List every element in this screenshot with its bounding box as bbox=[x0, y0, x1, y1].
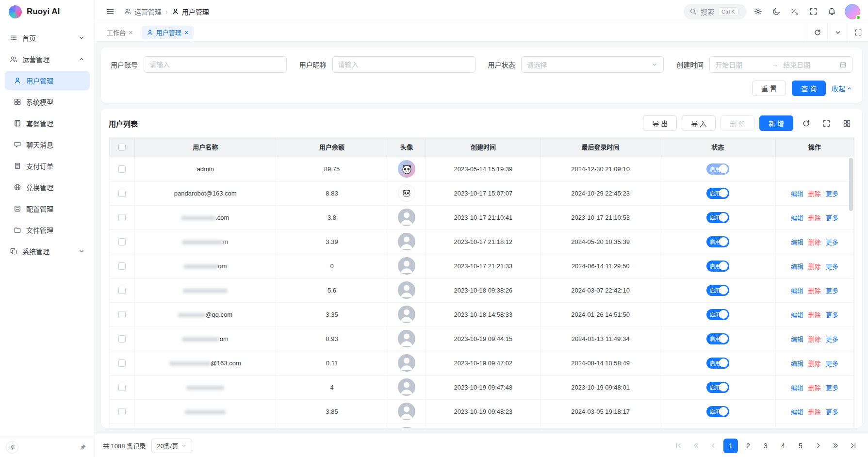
select-all-checkbox[interactable] bbox=[118, 144, 126, 151]
status-select[interactable]: 请选择 bbox=[521, 56, 664, 73]
status-switch[interactable]: 启用 bbox=[706, 261, 729, 272]
user-avatar[interactable] bbox=[845, 4, 860, 19]
scrollbar-thumb[interactable] bbox=[849, 158, 853, 211]
sidebar-item-config-management[interactable]: 配置管理 bbox=[5, 199, 90, 218]
edit-link[interactable]: 编辑 bbox=[791, 383, 803, 392]
sidebar-item-user-management[interactable]: 用户管理 bbox=[5, 71, 90, 90]
more-link[interactable]: 更多 bbox=[826, 189, 838, 198]
page-button-5[interactable]: 5 bbox=[793, 439, 808, 453]
row-checkbox[interactable] bbox=[118, 335, 126, 343]
forward-5-pages-button[interactable] bbox=[828, 439, 843, 453]
edit-link[interactable]: 编辑 bbox=[791, 286, 803, 295]
delete-link[interactable]: 删除 bbox=[808, 310, 821, 319]
delete-link[interactable]: 删除 bbox=[808, 334, 821, 343]
breadcrumb-item-user-management[interactable]: 用户管理 bbox=[172, 7, 209, 16]
status-switch[interactable]: 启用 bbox=[706, 188, 729, 199]
row-checkbox[interactable] bbox=[118, 311, 126, 318]
edit-link[interactable]: 编辑 bbox=[791, 237, 803, 246]
edit-link[interactable]: 编辑 bbox=[791, 261, 803, 271]
delete-link[interactable]: 删除 bbox=[808, 407, 821, 416]
status-switch[interactable]: 启用 bbox=[706, 285, 729, 296]
row-checkbox[interactable] bbox=[118, 238, 126, 245]
row-checkbox[interactable] bbox=[118, 384, 126, 391]
sidebar-item-system[interactable]: 系统管理 bbox=[5, 242, 90, 261]
language-button[interactable] bbox=[787, 4, 802, 19]
sidebar-item-home[interactable]: 首页 bbox=[5, 28, 90, 48]
nickname-input[interactable] bbox=[332, 56, 475, 73]
sidebar-item-plan-management[interactable]: 套餐管理 bbox=[5, 114, 90, 133]
delete-link[interactable]: 删除 bbox=[808, 383, 821, 392]
page-button-2[interactable]: 2 bbox=[741, 439, 755, 453]
status-switch[interactable]: 启用 bbox=[706, 163, 729, 175]
search-input[interactable]: 搜索 Ctrl K bbox=[684, 4, 747, 19]
edit-link[interactable]: 编辑 bbox=[791, 407, 803, 416]
collapse-filters-link[interactable]: 收起 bbox=[832, 83, 852, 93]
close-icon[interactable]: × bbox=[184, 29, 189, 36]
import-button[interactable]: 导 入 bbox=[682, 115, 716, 131]
back-5-pages-button[interactable] bbox=[688, 439, 703, 453]
sidebar-item-operations[interactable]: 运营管理 bbox=[5, 49, 90, 69]
column-settings-button[interactable] bbox=[839, 115, 854, 131]
more-link[interactable]: 更多 bbox=[826, 407, 838, 416]
reset-button[interactable]: 重 置 bbox=[752, 81, 786, 96]
edit-link[interactable]: 编辑 bbox=[791, 310, 803, 319]
settings-button[interactable] bbox=[751, 4, 765, 19]
delete-link[interactable]: 删除 bbox=[808, 189, 821, 198]
page-size-select[interactable]: 20条/页 bbox=[151, 439, 192, 453]
more-link[interactable]: 更多 bbox=[826, 359, 838, 368]
sidebar-item-chat-messages[interactable]: 聊天消息 bbox=[5, 135, 90, 154]
dark-mode-button[interactable] bbox=[769, 4, 784, 19]
close-icon[interactable]: × bbox=[129, 29, 133, 36]
fullscreen-button[interactable] bbox=[806, 4, 820, 19]
row-checkbox[interactable] bbox=[118, 214, 126, 221]
delete-link[interactable]: 删除 bbox=[808, 237, 821, 246]
status-switch[interactable]: 启用 bbox=[706, 358, 729, 369]
status-switch[interactable]: 启用 bbox=[706, 333, 729, 344]
refresh-tab-button[interactable] bbox=[807, 23, 827, 41]
more-link[interactable]: 更多 bbox=[826, 286, 838, 295]
row-checkbox[interactable] bbox=[118, 408, 126, 415]
breadcrumb-item-operations[interactable]: 运营管理 bbox=[124, 7, 162, 16]
status-switch[interactable]: 启用 bbox=[706, 382, 729, 393]
tab-user-management[interactable]: 用户管理× bbox=[142, 26, 194, 39]
tab-options-button[interactable] bbox=[827, 23, 848, 41]
date-range-picker[interactable]: 开始日期 → 结束日期 bbox=[709, 56, 852, 73]
delete-link[interactable]: 删除 bbox=[808, 286, 821, 295]
refresh-table-button[interactable] bbox=[798, 115, 814, 131]
prev-page-button[interactable] bbox=[706, 439, 721, 453]
pin-sidebar-button[interactable] bbox=[77, 441, 89, 453]
next-page-button[interactable] bbox=[811, 439, 825, 453]
notifications-button[interactable] bbox=[824, 4, 839, 19]
status-switch[interactable]: 启用 bbox=[706, 309, 729, 320]
last-page-button[interactable] bbox=[846, 439, 860, 453]
row-checkbox[interactable] bbox=[118, 262, 126, 270]
sidebar-item-system-model[interactable]: 系统模型 bbox=[5, 92, 90, 112]
delete-link[interactable]: 删除 bbox=[808, 359, 821, 368]
edit-link[interactable]: 编辑 bbox=[791, 359, 803, 368]
edit-link[interactable]: 编辑 bbox=[791, 334, 803, 343]
delete-link[interactable]: 删除 bbox=[808, 213, 821, 222]
more-link[interactable]: 更多 bbox=[826, 383, 838, 392]
page-button-1[interactable]: 1 bbox=[723, 439, 738, 453]
status-switch[interactable]: 启用 bbox=[706, 212, 729, 223]
tab-workbench[interactable]: 工作台× bbox=[102, 26, 138, 39]
more-link[interactable]: 更多 bbox=[826, 310, 838, 319]
table-fullscreen-button[interactable] bbox=[819, 115, 834, 131]
row-checkbox[interactable] bbox=[118, 287, 126, 294]
delete-link[interactable]: 删除 bbox=[808, 261, 821, 271]
content-fullscreen-button[interactable] bbox=[848, 23, 868, 41]
first-page-button[interactable] bbox=[671, 439, 686, 453]
search-button[interactable]: 查 询 bbox=[792, 81, 826, 96]
delete-button[interactable]: 删 除 bbox=[721, 115, 754, 131]
sidebar-item-payment-orders[interactable]: 支付订单 bbox=[5, 156, 90, 176]
brand[interactable]: Ruoyi AI bbox=[0, 0, 95, 23]
account-input[interactable] bbox=[144, 56, 287, 73]
page-button-4[interactable]: 4 bbox=[776, 439, 790, 453]
more-link[interactable]: 更多 bbox=[826, 261, 838, 271]
page-button-3[interactable]: 3 bbox=[758, 439, 773, 453]
row-checkbox[interactable] bbox=[118, 190, 126, 197]
edit-link[interactable]: 编辑 bbox=[791, 213, 803, 222]
sidebar-item-file-management[interactable]: 文件管理 bbox=[5, 220, 90, 240]
more-link[interactable]: 更多 bbox=[826, 213, 838, 222]
more-link[interactable]: 更多 bbox=[826, 237, 838, 246]
